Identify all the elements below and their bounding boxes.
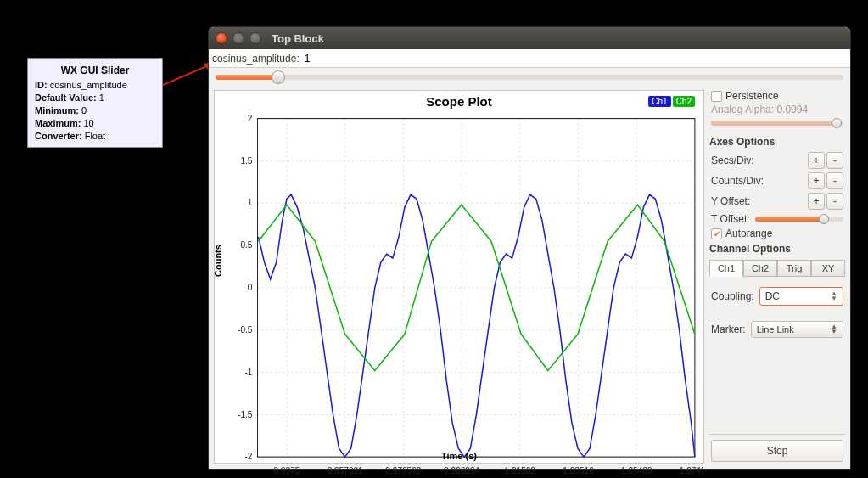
svg-text:0.5: 0.5	[240, 239, 252, 250]
svg-text:-1.5: -1.5	[238, 408, 253, 419]
secsdiv-label: Secs/Div:	[711, 155, 754, 166]
toffset-slider[interactable]	[755, 217, 843, 222]
legend-ch1: Ch1	[648, 96, 670, 107]
axes-options-title: Axes Options	[709, 136, 845, 148]
persistence-label: Persistence	[725, 90, 779, 102]
svg-text:-0.5: -0.5	[238, 324, 253, 335]
marker-dropdown[interactable]: Line Link ▲▼	[751, 321, 843, 338]
amplitude-input[interactable]	[303, 52, 847, 65]
countsdiv-plus-button[interactable]: +	[808, 172, 825, 189]
chevron-updown-icon: ▲▼	[831, 324, 837, 335]
yoffset-label: Y Offset:	[711, 195, 750, 207]
alpha-slider[interactable]	[711, 121, 843, 126]
svg-text:2: 2	[248, 113, 253, 123]
marker-label: Marker:	[711, 323, 746, 335]
scope-plot: Scope Plot Ch1 Ch2 0.93750.9570310.97656…	[214, 90, 704, 464]
svg-text:1.5: 1.5	[240, 155, 252, 165]
alpha-value: 0.0994	[776, 104, 808, 115]
legend-ch2: Ch2	[673, 96, 695, 107]
plot-canvas: 0.93750.9570310.9765620.9960941.015621.0…	[215, 113, 703, 478]
toffset-label: T Offset:	[711, 213, 750, 225]
amplitude-slider[interactable]	[209, 68, 850, 87]
svg-text:1.03516: 1.03516	[563, 464, 594, 475]
channel-options-title: Channel Options	[709, 243, 845, 255]
plot-legend: Ch1 Ch2	[648, 96, 695, 107]
countsdiv-label: Counts/Div:	[711, 175, 764, 187]
tab-trig[interactable]: Trig	[777, 260, 811, 277]
scope-controls: Persistence Analog Alpha: 0.0994 Axes Op…	[709, 90, 845, 464]
chevron-updown-icon: ▲▼	[831, 291, 837, 301]
plot-title: Scope Plot	[215, 94, 703, 109]
autorange-label: Autorange	[725, 228, 772, 239]
secsdiv-minus-button[interactable]: -	[826, 152, 843, 169]
yoffset-plus-button[interactable]: +	[808, 193, 825, 210]
svg-text:1: 1	[248, 197, 253, 207]
app-window: Top Block cosinus_amplitude: Scope Plot …	[209, 27, 850, 469]
slider-thumb[interactable]	[272, 70, 285, 84]
slider-info-panel: WX GUI Slider ID: cosinus_amplitude Defa…	[27, 58, 163, 148]
coupling-dropdown[interactable]: DC ▲▼	[759, 287, 843, 306]
annotation-arrow	[163, 61, 216, 87]
amplitude-input-row: cosinus_amplitude:	[209, 49, 850, 68]
window-title: Top Block	[272, 32, 324, 45]
channel-tabs: Ch1 Ch2 Trig XY	[709, 260, 845, 277]
svg-text:1.01562: 1.01562	[505, 464, 536, 475]
coupling-label: Coupling:	[711, 290, 754, 302]
tab-xy[interactable]: XY	[811, 260, 845, 277]
y-axis-label: Counts	[213, 245, 223, 277]
svg-text:1.05469: 1.05469	[621, 464, 652, 475]
x-axis-label: Time (s)	[215, 451, 703, 461]
persistence-checkbox[interactable]	[711, 91, 722, 102]
amplitude-label: cosinus_amplitude:	[212, 53, 300, 65]
svg-text:0.957031: 0.957031	[328, 464, 363, 475]
svg-text:0.9375: 0.9375	[274, 464, 300, 475]
window-titlebar[interactable]: Top Block	[209, 27, 850, 49]
svg-text:1.07422: 1.07422	[680, 464, 703, 475]
info-title: WX GUI Slider	[35, 64, 155, 77]
yoffset-minus-button[interactable]: -	[826, 193, 843, 210]
svg-line-0	[163, 65, 210, 85]
svg-text:0.976562: 0.976562	[385, 464, 421, 475]
autorange-checkbox[interactable]: ✔	[711, 228, 722, 239]
maximize-icon[interactable]	[249, 32, 261, 44]
svg-text:0.996094: 0.996094	[444, 464, 479, 475]
alpha-label: Analog Alpha:	[711, 104, 774, 115]
tab-ch2[interactable]: Ch2	[743, 260, 777, 277]
close-icon[interactable]	[216, 32, 227, 44]
countsdiv-minus-button[interactable]: -	[826, 172, 843, 189]
secsdiv-plus-button[interactable]: +	[808, 152, 825, 169]
tab-ch1[interactable]: Ch1	[709, 260, 743, 277]
svg-text:0: 0	[248, 282, 253, 292]
svg-text:-1: -1	[244, 366, 252, 376]
stop-button[interactable]: Stop	[711, 440, 843, 462]
minimize-icon[interactable]	[232, 32, 244, 44]
